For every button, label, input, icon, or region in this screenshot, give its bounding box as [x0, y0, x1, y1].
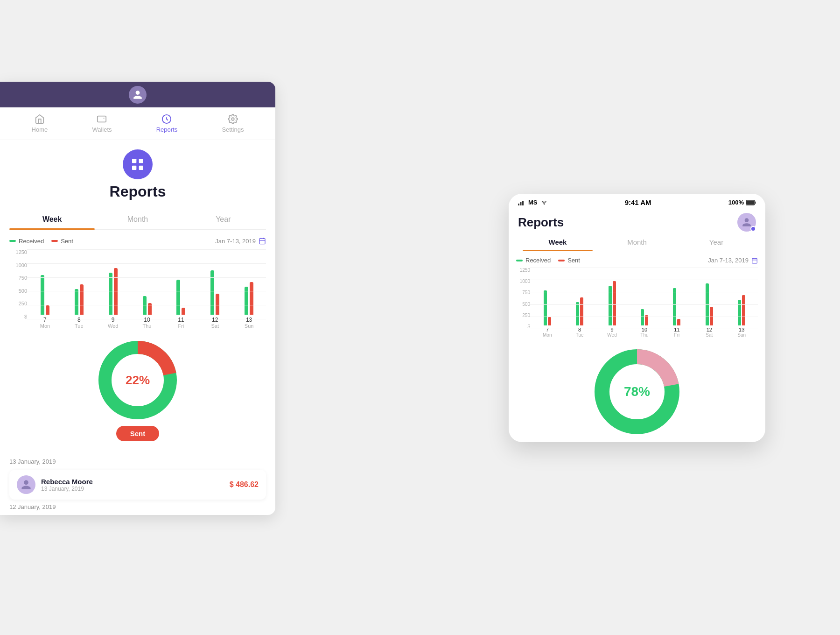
nav-wallets-label: Wallets	[92, 126, 112, 133]
battery-icon	[746, 200, 756, 205]
y-label: 250	[9, 301, 27, 306]
nav-reports-label: Reports	[156, 126, 178, 133]
tx-info: Rebecca Moore 13 January, 2019	[41, 478, 93, 492]
transaction-row[interactable]: Rebecca Moore 13 January, 2019 $ 486.62	[9, 470, 266, 500]
legend-received-label-right: Received	[525, 257, 551, 264]
tx-amount: $ 486.62	[230, 480, 259, 489]
donut-percentage-right: 78%	[624, 384, 650, 399]
chart-section: Received Sent Jan 7-13, 2019 $	[0, 230, 275, 329]
tx-avatar	[17, 475, 35, 494]
status-right: 100%	[728, 199, 756, 206]
donut-percentage: 22%	[126, 373, 150, 388]
svg-rect-14	[520, 202, 522, 205]
avatar-container	[737, 213, 756, 232]
bar-chart: $ 250 500 750 1000 1250	[9, 249, 266, 329]
tx-name: Rebecca Moore	[41, 478, 93, 486]
y-label: 750	[9, 275, 27, 281]
battery-label: 100%	[728, 199, 744, 206]
svg-rect-5	[132, 166, 136, 170]
nav-settings-label: Settings	[222, 126, 244, 133]
tab-month[interactable]: Month	[95, 210, 180, 229]
svg-rect-3	[132, 159, 136, 163]
y-label: 1000	[9, 262, 27, 268]
nav-item-settings[interactable]: Settings	[222, 114, 244, 133]
y-label: 1250	[516, 268, 530, 273]
svg-rect-0	[98, 116, 106, 122]
y-label: 1250	[9, 249, 27, 255]
phone-header	[0, 82, 275, 107]
status-left: MS	[518, 199, 548, 206]
date-range-text-right: Jan 7-13, 2019	[708, 257, 749, 264]
reports-title: Reports	[518, 215, 564, 230]
svg-rect-7	[259, 239, 265, 244]
legend-sent: Sent	[51, 238, 73, 245]
day-name: Thu	[143, 323, 152, 329]
avatar	[129, 86, 147, 104]
date-range: Jan 7-13, 2019	[215, 237, 266, 245]
tab-year[interactable]: Year	[181, 210, 266, 229]
chart-section-right: Received Sent Jan 7-13, 2019 $	[509, 251, 765, 338]
svg-point-16	[544, 204, 544, 205]
legend-received-label: Received	[19, 238, 44, 245]
avatar-badge	[750, 226, 756, 232]
status-time: 9:41 AM	[625, 198, 651, 206]
phone-left: Home Wallets Reports Settings	[0, 82, 275, 515]
nav-bar: Home Wallets Reports Settings	[0, 107, 275, 140]
day-name: Mon	[40, 323, 50, 329]
phone-right-header: Reports	[509, 209, 765, 233]
chart-meta: Received Sent Jan 7-13, 2019	[9, 237, 266, 245]
y-label: 250	[516, 313, 530, 318]
day-name: Sun	[245, 323, 254, 329]
legend-received-right: Received	[516, 257, 551, 264]
y-axis-right: $ 250 500 750 1000 1250	[516, 268, 530, 329]
svg-rect-13	[518, 204, 519, 205]
y-label: $	[9, 314, 27, 319]
carrier-label: MS	[528, 199, 538, 206]
donut-section-right: 78%	[509, 338, 765, 442]
nav-item-reports[interactable]: Reports	[156, 114, 178, 133]
tx-tx-date: 13 January, 2019	[41, 486, 93, 492]
svg-rect-18	[755, 201, 756, 204]
tab-right-week[interactable]: Week	[518, 233, 597, 251]
transaction-section: 13 January, 2019 Rebecca Moore 13 Januar…	[0, 451, 275, 510]
legend-sent-label-right: Sent	[567, 257, 580, 264]
tab-right-year[interactable]: Year	[677, 233, 756, 251]
donut-chart: 22%	[96, 338, 180, 422]
date-range-right: Jan 7-13, 2019	[708, 257, 758, 264]
svg-point-2	[231, 118, 234, 120]
bar-chart-right: $ 250 500 750 1000 1250 7Mon	[516, 268, 758, 338]
y-label: 500	[9, 288, 27, 294]
svg-rect-6	[139, 166, 143, 170]
tabs-bar: Week Month Year	[9, 210, 266, 230]
reports-icon-circle	[123, 149, 153, 179]
day-name: Wed	[108, 323, 118, 329]
legend-received: Received	[9, 238, 44, 245]
tab-week[interactable]: Week	[9, 210, 95, 229]
tx-left: Rebecca Moore 13 January, 2019	[17, 475, 93, 494]
y-axis: $ 250 500 750 1000 1250	[9, 249, 27, 319]
day-name: Fri	[178, 323, 184, 329]
y-label: 500	[516, 302, 530, 307]
nav-item-home[interactable]: Home	[32, 114, 48, 133]
calendar-icon-right	[751, 257, 758, 264]
tx-date: 13 January, 2019	[9, 458, 266, 465]
tx-date-2: 12 January, 2019	[9, 503, 266, 510]
nav-home-label: Home	[32, 126, 48, 133]
legend-sent-right: Sent	[558, 257, 580, 264]
grid-lines	[27, 249, 266, 319]
page-title: Reports	[0, 183, 275, 200]
nav-item-wallets[interactable]: Wallets	[92, 114, 112, 133]
grid-lines-right	[530, 268, 758, 329]
donut-chart-right: 78%	[590, 345, 684, 438]
svg-rect-20	[752, 258, 757, 263]
y-label: 750	[516, 290, 530, 295]
signal-icon	[518, 200, 525, 205]
date-range-text: Jan 7-13, 2019	[215, 238, 256, 245]
tab-right-month[interactable]: Month	[597, 233, 677, 251]
chart-meta-right: Received Sent Jan 7-13, 2019	[516, 257, 758, 264]
day-name: Tue	[75, 323, 84, 329]
y-label: 1000	[516, 279, 530, 284]
day-name: Sat	[211, 323, 219, 329]
status-bar: MS 9:41 AM 100%	[509, 194, 765, 209]
legend-sent-label: Sent	[61, 238, 73, 245]
